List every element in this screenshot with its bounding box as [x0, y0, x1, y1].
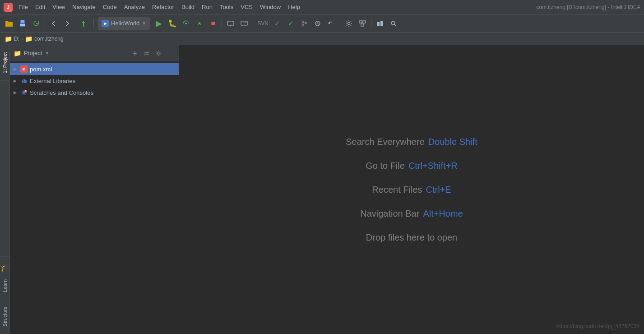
- pom-label: pom.xml: [30, 66, 52, 73]
- menu-code[interactable]: Code: [100, 3, 120, 11]
- menu-file[interactable]: File: [15, 3, 31, 11]
- svg-point-9: [302, 21, 304, 23]
- forward-button[interactable]: [61, 17, 74, 30]
- sidebar-dropdown-icon[interactable]: ▼: [45, 51, 49, 56]
- search-everywhere-desc: Search Everywhere: [346, 137, 425, 147]
- svg-rect-17: [361, 24, 364, 26]
- svn-update-button[interactable]: ✓: [271, 17, 283, 30]
- svg-rect-2: [20, 24, 25, 26]
- tree-item-pom[interactable]: ▶ M pom.xml: [10, 63, 179, 75]
- search-everywhere-keys: Double Shift: [428, 137, 477, 147]
- run-dashboard-button[interactable]: [374, 17, 386, 30]
- collapse-all-button[interactable]: [142, 48, 152, 58]
- sidebar-actions: —: [130, 48, 175, 58]
- debug-button[interactable]: 🐛: [166, 17, 179, 30]
- menu-vcs[interactable]: VCS: [237, 3, 256, 11]
- lib-label: External Libraries: [30, 78, 75, 84]
- svg-rect-15: [359, 21, 362, 23]
- menu-help[interactable]: Help: [285, 3, 303, 11]
- open-folder-button[interactable]: [3, 17, 15, 30]
- project-tab[interactable]: 1: Project: [0, 48, 9, 78]
- tree-item-external-libraries[interactable]: ▶ External Libraries: [10, 75, 179, 87]
- run-configuration-selector[interactable]: ▶ HelloWorld ▼: [98, 17, 150, 30]
- run-config-icon: ▶: [102, 20, 109, 27]
- shortcut-recent-files: Recent Files Ctrl+E: [372, 185, 451, 195]
- scratch-label: Scratches and Consoles: [30, 89, 93, 96]
- svn-label: SVN:: [257, 20, 270, 27]
- project-structure-button[interactable]: [356, 17, 369, 30]
- menu-refactor[interactable]: Refactor: [149, 3, 177, 11]
- structure-tab-section: Structure: [0, 299, 9, 334]
- run-config-dropdown-icon: ▼: [142, 21, 146, 26]
- device-button[interactable]: [224, 17, 237, 30]
- svg-rect-16: [363, 21, 366, 23]
- navigation-bar-desc: Navigation Bar: [360, 209, 419, 219]
- svn-branch-button[interactable]: [298, 17, 310, 30]
- menu-view[interactable]: View: [49, 3, 68, 11]
- toolbar: ▶ HelloWorld ▼ ▶ 🐛 ■ SVN: ✓ ✓: [0, 14, 644, 32]
- scratch-expand-icon: ▶: [14, 90, 18, 95]
- undo-button[interactable]: [325, 17, 338, 30]
- coverage-button[interactable]: [180, 17, 192, 30]
- project-tab-section: 1: Project: [0, 45, 9, 81]
- menu-navigate[interactable]: Navigate: [69, 3, 98, 11]
- window-title: com.itzheng [D:\com.itzheng] - IntelliJ …: [536, 4, 640, 10]
- toolbar-separator-6: [340, 19, 340, 28]
- stop-button[interactable]: ■: [207, 17, 219, 30]
- run-button[interactable]: ▶: [153, 17, 165, 30]
- close-panel-button[interactable]: —: [165, 48, 175, 58]
- app-icon: J: [4, 3, 13, 12]
- svg-rect-19: [380, 21, 383, 26]
- go-to-file-desc: Go to File: [366, 161, 405, 171]
- pom-icon: M: [20, 65, 28, 73]
- lib-icon: [20, 77, 28, 84]
- svg-point-5: [199, 22, 200, 24]
- menu-analyze[interactable]: Analyze: [121, 3, 148, 11]
- jump-to-settings-button[interactable]: [238, 17, 250, 30]
- search-everywhere-button[interactable]: [387, 17, 400, 30]
- settings-button[interactable]: [343, 17, 355, 30]
- sidebar-folder-icon: 📁: [14, 50, 21, 57]
- back-button[interactable]: [47, 17, 60, 30]
- recent-files-keys: Ctrl+E: [426, 185, 451, 195]
- menu-bar: File Edit View Navigate Code Analyze Ref…: [15, 3, 303, 11]
- breadcrumb-project-icon: 📁: [25, 35, 32, 42]
- shortcut-search-everywhere: Search Everywhere Double Shift: [346, 137, 477, 147]
- main-area: 1: Project 🎓 Learn Structure 📁 Project ▼: [0, 45, 644, 334]
- structure-tab[interactable]: Structure: [0, 302, 9, 331]
- breadcrumb-drive-icon: 📁: [5, 35, 12, 42]
- project-tree: ▶ M pom.xml ▶ E: [10, 61, 179, 334]
- save-button[interactable]: [16, 17, 29, 30]
- pom-expand-icon: ▶: [14, 67, 18, 71]
- menu-edit[interactable]: Edit: [32, 3, 48, 11]
- svg-rect-6: [227, 21, 234, 25]
- profile-button[interactable]: [193, 17, 206, 30]
- shortcut-navigation-bar: Navigation Bar Alt+Home: [360, 209, 463, 219]
- menu-tools[interactable]: Tools: [217, 3, 236, 11]
- add-node-button[interactable]: [130, 48, 140, 58]
- sidebar-header: 📁 Project ▼ —: [10, 45, 179, 61]
- svn-commit-button[interactable]: ✓: [284, 17, 297, 30]
- learn-icon[interactable]: 🎓: [0, 260, 10, 275]
- menu-build[interactable]: Build: [178, 3, 198, 11]
- menu-window[interactable]: Window: [257, 3, 284, 11]
- breadcrumb-project[interactable]: com.itzheng: [34, 36, 64, 42]
- breadcrumb-drive[interactable]: D:: [14, 36, 19, 42]
- svg-point-14: [348, 22, 350, 24]
- left-tab-strip: 1: Project 🎓 Learn Structure: [0, 45, 10, 334]
- find-action-button[interactable]: [79, 17, 91, 30]
- scratch-icon: !: [20, 89, 28, 96]
- menu-run[interactable]: Run: [199, 3, 216, 11]
- svg-point-26: [158, 52, 159, 54]
- drop-files-text: Drop files here to open: [366, 232, 457, 243]
- toolbar-separator-4: [222, 19, 222, 28]
- svg-line-21: [394, 24, 396, 26]
- svg-point-4: [185, 23, 187, 24]
- svg-rect-1: [21, 20, 24, 23]
- synchronize-button[interactable]: [30, 17, 42, 30]
- learn-tab[interactable]: Learn: [0, 275, 9, 297]
- svn-history-button[interactable]: [311, 17, 324, 30]
- tree-item-scratches[interactable]: ▶ ! Scratches and Consoles: [10, 87, 179, 98]
- gear-button[interactable]: [153, 48, 163, 58]
- navigation-bar-keys: Alt+Home: [423, 209, 463, 219]
